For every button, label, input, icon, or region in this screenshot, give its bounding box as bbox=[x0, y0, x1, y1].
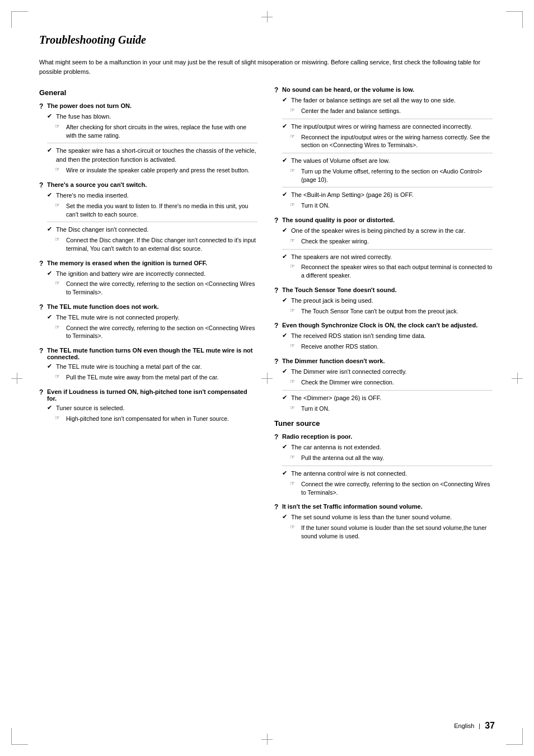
arrow-icon-p3s1: ☞ bbox=[55, 280, 64, 286]
sub-p4-s1: ☞ Connect the wire correctly, referring … bbox=[39, 324, 257, 340]
check-icon-rp5s1: ✔ bbox=[282, 368, 289, 375]
sub-rp3-s1: ☞ The Touch Sensor Tone can't be output … bbox=[274, 307, 493, 316]
solution-p5-s1: ✔ The TEL mute wire is touching a metal … bbox=[39, 363, 257, 372]
right-column: ? No sound can be heard, or the volume i… bbox=[274, 86, 493, 547]
arrow-icon-rp5s1: ☞ bbox=[290, 378, 299, 384]
q-icon-rp1: ? bbox=[274, 86, 280, 94]
problem-tel-mute: ? The TEL mute function does not work. ✔… bbox=[39, 303, 257, 340]
problem-poor-sound-title: ? The sound quality is poor or distorted… bbox=[274, 217, 493, 224]
intro-paragraph: What might seem to be a malfunction in y… bbox=[39, 58, 495, 76]
sub-rp1-s4: ☞ Turn it ON. bbox=[274, 201, 493, 210]
arrow-icon-rp5s2: ☞ bbox=[290, 405, 299, 411]
sub-p2-s2: ☞ Connect the Disc changer. If the Disc … bbox=[39, 236, 257, 252]
problem-poor-sound: ? The sound quality is poor or distorted… bbox=[274, 217, 493, 280]
solution-rp1-s1-text: The fader or balance settings are set al… bbox=[291, 96, 493, 105]
q-icon-p4: ? bbox=[39, 303, 45, 311]
arrow-icon-p2s1: ☞ bbox=[55, 202, 64, 208]
solution-rp4-s1: ✔ The received RDS station isn't sending… bbox=[274, 332, 493, 341]
solution-rp3-s1: ✔ The preout jack is being used. bbox=[274, 297, 493, 306]
problem-touch-tone-title: ? The Touch Sensor Tone doesn't sound. bbox=[274, 287, 493, 294]
solution-rp1-s1: ✔ The fader or balance settings are set … bbox=[274, 96, 493, 105]
divider-rp1c bbox=[282, 187, 493, 187]
sub-rp1-s2: ☞ Reconnect the input/output wires or th… bbox=[274, 133, 493, 149]
solution-p1-s1: ✔ The fuse has blown. bbox=[39, 112, 257, 121]
sub-rp4-s1: ☞ Receive another RDS station. bbox=[274, 342, 493, 351]
solution-rp2-s2: ✔ The speakers are not wired correctly. bbox=[274, 253, 493, 262]
left-crosshair bbox=[11, 373, 22, 384]
check-icon-p1s2: ✔ bbox=[47, 147, 54, 154]
solution-p6-s1-text: Tuner source is selected. bbox=[56, 404, 257, 413]
problem-clock-sync-label: Even though Synchronize Clock is ON, the… bbox=[282, 322, 477, 328]
solution-p1-s2-text: The speaker wire has a short-circuit or … bbox=[56, 147, 257, 165]
problem-poor-sound-label: The sound quality is poor or distorted. bbox=[282, 217, 395, 223]
solution-rp2-s2-text: The speakers are not wired correctly. bbox=[291, 253, 493, 262]
check-icon-p6s1: ✔ bbox=[47, 404, 54, 411]
sub-p6-s1-text: High-pitched tone isn't compensated for … bbox=[66, 415, 257, 423]
arrow-icon-rp4s1: ☞ bbox=[290, 342, 299, 349]
divider-tp1 bbox=[282, 466, 493, 466]
sub-tp1-s2-text: Connect the wire correctly, referring to… bbox=[301, 480, 493, 496]
sub-rp1-s3: ☞ Turn up the Volume offset, referring t… bbox=[274, 167, 493, 184]
sub-rp2-s2: ☞ Reconnect the speaker wires so that ea… bbox=[274, 263, 493, 279]
divider-rp2 bbox=[282, 249, 493, 250]
right-crosshair bbox=[512, 373, 523, 384]
sub-rp1-s1-text: Center the fader and balance settings. bbox=[301, 107, 493, 115]
sub-p1-s2-text: Wire or insulate the speaker cable prope… bbox=[66, 166, 257, 175]
solution-tp1-s1: ✔ The car antenna is not extended. bbox=[274, 443, 493, 452]
arrow-icon-p6s1: ☞ bbox=[55, 415, 64, 421]
problem-tel-mute-on-title: ? The TEL mute function turns ON even th… bbox=[39, 347, 257, 360]
sub-rp2-s1: ☞ Check the speaker wiring. bbox=[274, 237, 493, 246]
sub-p2-s1-text: Set the media you want to listen to. If … bbox=[66, 202, 257, 218]
solution-rp2-s1: ✔ One of the speaker wires is being pinc… bbox=[274, 227, 493, 236]
arrow-icon-rp2s1: ☞ bbox=[290, 237, 299, 243]
q-icon-rp4: ? bbox=[274, 322, 280, 330]
solution-rp2-s1-text: One of the speaker wires is being pinche… bbox=[291, 227, 493, 236]
sub-p5-s1-text: Pull the TEL mute wire away from the met… bbox=[66, 373, 257, 382]
check-icon-p5s1: ✔ bbox=[47, 363, 54, 370]
problem-traffic-volume-label: It isn't the set Traffic information sou… bbox=[282, 503, 423, 510]
check-icon-tp2s1: ✔ bbox=[282, 513, 289, 520]
bottom-crosshair bbox=[261, 734, 273, 745]
divider-rp1b bbox=[282, 153, 493, 153]
solution-rp5-s2-text: The <Dimmer> (page 26) is OFF. bbox=[291, 394, 493, 403]
problem-memory-label: The memory is erased when the ignition i… bbox=[47, 260, 207, 266]
arrow-icon-rp3s1: ☞ bbox=[290, 307, 299, 313]
arrow-icon-rp1s2: ☞ bbox=[290, 133, 299, 139]
sub-p1-s1-text: After checking for short circuits in the… bbox=[66, 123, 257, 139]
sub-p2-s1: ☞ Set the media you want to listen to. I… bbox=[39, 202, 257, 218]
sub-rp1-s2-text: Reconnect the input/output wires or the … bbox=[301, 133, 493, 149]
problem-memory-title: ? The memory is erased when the ignition… bbox=[39, 260, 257, 267]
problem-loudness-label: Even if Loudness is turned ON, high-pitc… bbox=[47, 388, 257, 402]
divider-p1 bbox=[47, 143, 257, 143]
problem-radio-reception: ? Radio reception is poor. ✔ The car ant… bbox=[274, 433, 493, 496]
page-title: Troubleshooting Guide bbox=[39, 34, 495, 49]
check-icon-rp1s3: ✔ bbox=[282, 157, 289, 164]
sub-tp1-s2: ☞ Connect the wire correctly, referring … bbox=[274, 480, 493, 496]
divider-rp1a bbox=[282, 119, 493, 119]
check-icon-rp1s2: ✔ bbox=[282, 123, 289, 130]
solution-p2-s1: ✔ There's no media inserted. bbox=[39, 191, 257, 200]
problem-power-title: ? The power does not turn ON. bbox=[39, 102, 257, 110]
corner-mark-bl bbox=[11, 728, 28, 745]
footer-language-label: English bbox=[454, 722, 474, 729]
q-icon-rp2: ? bbox=[274, 217, 280, 224]
check-icon-p2s2: ✔ bbox=[47, 226, 54, 233]
solution-rp1-s3-text: The values of Volume offset are low. bbox=[291, 157, 493, 166]
solution-rp1-s4: ✔ The <Built-in Amp Setting> (page 26) i… bbox=[274, 191, 493, 200]
problem-power: ? The power does not turn ON. ✔ The fuse… bbox=[39, 102, 257, 175]
q-icon-p1: ? bbox=[39, 102, 45, 110]
problem-clock-sync-title: ? Even though Synchronize Clock is ON, t… bbox=[274, 322, 493, 330]
general-section-heading: General bbox=[39, 88, 257, 97]
solution-rp1-s3: ✔ The values of Volume offset are low. bbox=[274, 157, 493, 166]
problem-no-sound-label: No sound can be heard, or the volume is … bbox=[282, 86, 414, 93]
sub-rp5-s1-text: Check the Dimmer wire connection. bbox=[301, 378, 493, 387]
sub-rp1-s1: ☞ Center the fader and balance settings. bbox=[274, 107, 493, 115]
solution-tp1-s2: ✔ The antenna control wire is not connec… bbox=[274, 469, 493, 478]
solution-rp5-s1: ✔ The Dimmer wire isn't connected correc… bbox=[274, 368, 493, 377]
q-icon-p2: ? bbox=[39, 181, 45, 189]
arrow-icon-rp1s4: ☞ bbox=[290, 201, 299, 208]
check-icon-rp1s4: ✔ bbox=[282, 191, 289, 198]
sub-rp4-s1-text: Receive another RDS station. bbox=[301, 342, 493, 351]
solution-rp3-s1-text: The preout jack is being used. bbox=[291, 297, 493, 306]
two-column-layout: General ? The power does not turn ON. ✔ … bbox=[39, 86, 495, 547]
